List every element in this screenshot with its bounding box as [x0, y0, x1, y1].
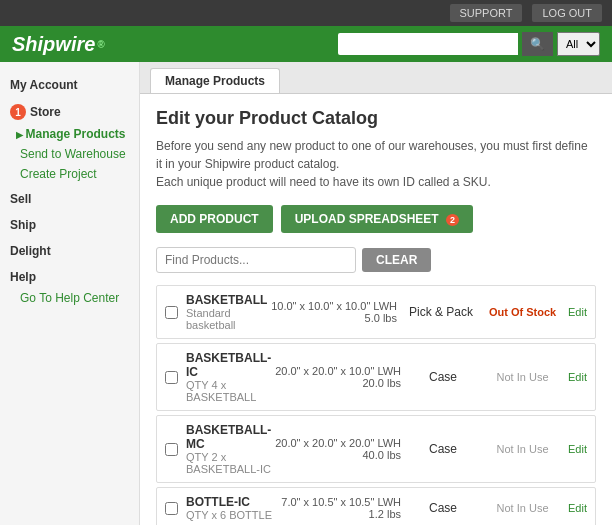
row-sub: QTY 2 x BASKETBALL-IC — [186, 451, 275, 475]
row-dims: 10.0" x 10.0" x 10.0" LWH5.0 lbs — [271, 300, 397, 324]
header-search-input[interactable] — [338, 33, 518, 55]
sidebar-help-section: Help — [0, 266, 139, 288]
sidebar-item-go-to-help-center[interactable]: Go To Help Center — [0, 288, 139, 308]
clear-button[interactable]: CLEAR — [362, 248, 431, 272]
row-status: Not In Use — [485, 502, 560, 514]
search-bar: CLEAR — [156, 247, 596, 273]
row-name: BOTTLE-IC — [186, 495, 281, 509]
row-checkbox[interactable] — [165, 306, 178, 319]
row-type: Case — [413, 501, 473, 515]
logo: Shipwire® — [12, 33, 105, 56]
main-content: Manage Products Edit your Product Catalo… — [140, 62, 612, 525]
row-status: Not In Use — [485, 371, 560, 383]
row-name: BASKETBALL — [186, 293, 271, 307]
row-info: BASKETBALL-MC QTY 2 x BASKETBALL-IC — [186, 423, 275, 475]
sidebar-item-manage-products[interactable]: Manage Products — [0, 124, 139, 144]
header-search-select[interactable]: All — [557, 32, 600, 56]
content-area: Edit your Product Catalog Before you sen… — [140, 94, 612, 525]
row-edit-button[interactable]: Edit — [568, 443, 587, 455]
row-dims: 20.0" x 20.0" x 10.0" LWH20.0 lbs — [275, 365, 401, 389]
header-search-area: 🔍 All — [338, 32, 600, 56]
row-sub: QTY 4 x BASKETBALL — [186, 379, 275, 403]
search-input[interactable] — [156, 247, 356, 273]
row-info: BASKETBALL-IC QTY 4 x BASKETBALL — [186, 351, 275, 403]
row-checkbox[interactable] — [165, 502, 178, 515]
row-edit-button[interactable]: Edit — [568, 371, 587, 383]
support-button[interactable]: SUPPORT — [450, 4, 523, 22]
add-product-button[interactable]: ADD PRODUCT — [156, 205, 273, 233]
row-type: Case — [413, 442, 473, 456]
page-description: Before you send any new product to one o… — [156, 137, 596, 191]
row-type: Pick & Pack — [409, 305, 473, 319]
row-sub: QTY x 6 BOTTLE — [186, 509, 281, 521]
list-item: BASKETBALL Standard basketball 10.0" x 1… — [156, 285, 596, 339]
sidebar-delight-section: Delight — [0, 240, 139, 262]
upload-spreadsheet-button[interactable]: UPLOAD SPREADSHEET 2 — [281, 205, 473, 233]
sidebar-ship-section: Ship — [0, 214, 139, 236]
top-bar: SUPPORT LOG OUT — [0, 0, 612, 26]
tab-bar: Manage Products — [140, 62, 612, 94]
row-edit-button[interactable]: Edit — [568, 306, 587, 318]
layout: My Account 1 Store Manage Products Send … — [0, 62, 612, 525]
row-info: BASKETBALL Standard basketball — [186, 293, 271, 331]
list-item: BASKETBALL-IC QTY 4 x BASKETBALL 20.0" x… — [156, 343, 596, 411]
sidebar-my-account: My Account — [0, 74, 139, 96]
list-item: BOTTLE-IC QTY x 6 BOTTLE 7.0" x 10.5" x … — [156, 487, 596, 525]
row-info: BOTTLE-IC QTY x 6 BOTTLE — [186, 495, 281, 521]
sidebar: My Account 1 Store Manage Products Send … — [0, 62, 140, 525]
sidebar-item-send-to-warehouse[interactable]: Send to Warehouse — [0, 144, 139, 164]
row-type: Case — [413, 370, 473, 384]
logout-button[interactable]: LOG OUT — [532, 4, 602, 22]
row-checkbox[interactable] — [165, 443, 178, 456]
row-dims: 20.0" x 20.0" x 20.0" LWH40.0 lbs — [275, 437, 401, 461]
sidebar-sell-section: Sell — [0, 188, 139, 210]
row-dims: 7.0" x 10.5" x 10.5" LWH1.2 lbs — [281, 496, 401, 520]
store-badge: 1 — [10, 104, 26, 120]
row-name: BASKETBALL-IC — [186, 351, 275, 379]
row-name: BASKETBALL-MC — [186, 423, 275, 451]
sidebar-store-section: 1 Store — [0, 100, 139, 124]
logo-text: Shipwire — [12, 33, 95, 56]
toolbar: ADD PRODUCT UPLOAD SPREADSHEET 2 — [156, 205, 596, 233]
products-list: BASKETBALL Standard basketball 10.0" x 1… — [156, 285, 596, 525]
list-item: BASKETBALL-MC QTY 2 x BASKETBALL-IC 20.0… — [156, 415, 596, 483]
row-checkbox[interactable] — [165, 371, 178, 384]
page-title: Edit your Product Catalog — [156, 108, 596, 129]
row-edit-button[interactable]: Edit — [568, 502, 587, 514]
row-status: Out Of Stock — [485, 306, 560, 318]
logo-dot: ® — [97, 39, 104, 50]
row-sub: Standard basketball — [186, 307, 271, 331]
sidebar-item-create-project[interactable]: Create Project — [0, 164, 139, 184]
header: Shipwire® 🔍 All — [0, 26, 612, 62]
row-status: Not In Use — [485, 443, 560, 455]
upload-badge: 2 — [446, 214, 459, 226]
tab-manage-products[interactable]: Manage Products — [150, 68, 280, 93]
header-search-button[interactable]: 🔍 — [522, 32, 553, 56]
